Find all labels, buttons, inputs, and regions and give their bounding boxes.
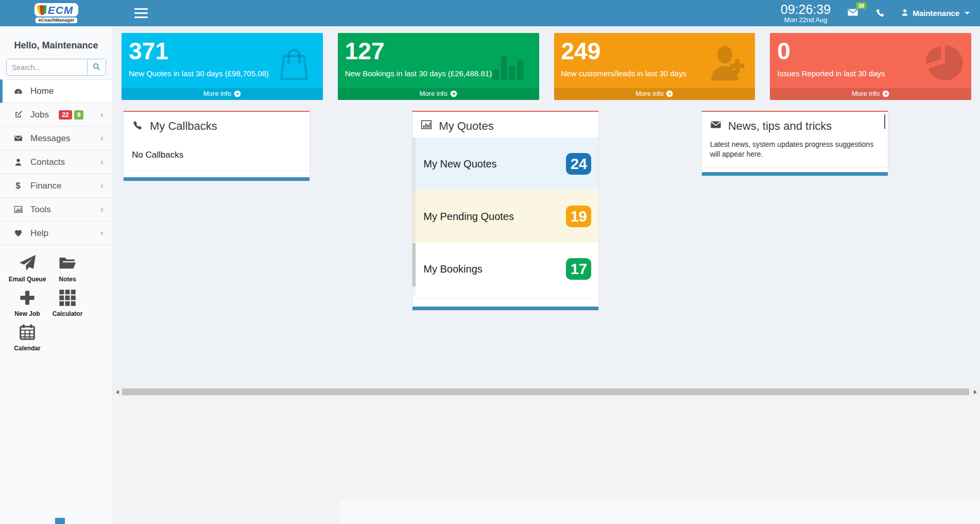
more-info-link[interactable]: More info bbox=[338, 88, 539, 100]
brand-subtitle: eCoachManager bbox=[36, 18, 78, 23]
more-info-link[interactable]: More info bbox=[122, 88, 323, 100]
panel-bottom-bar bbox=[124, 177, 310, 181]
sidebar-shortcuts: Email Queue Notes New Job Calculator Cal… bbox=[7, 255, 95, 358]
panel-bottom-bar bbox=[702, 172, 888, 176]
sidebar-item-tools[interactable]: Tools bbox=[0, 198, 112, 222]
clock-time: 09:26:39 bbox=[781, 3, 831, 16]
quotes-row-label: My Bookings bbox=[423, 263, 483, 275]
calendar-icon bbox=[19, 324, 36, 343]
phone-button[interactable] bbox=[875, 7, 885, 20]
shortcut-label: Email Queue bbox=[9, 276, 46, 283]
search-input[interactable] bbox=[7, 59, 87, 75]
scrollbar-thumb[interactable] bbox=[884, 114, 885, 129]
sidebar-item-jobs[interactable]: Jobs 22 9 bbox=[0, 103, 112, 127]
brand-logo[interactable]: ECM eCoachManager bbox=[0, 0, 113, 26]
logo-books-icon bbox=[38, 5, 45, 15]
stat-card-new-bookings: 127 New Bookings in last 30 days (£26,48… bbox=[338, 33, 539, 100]
top-navbar: ECM eCoachManager 09:26:39 Mon 22nd Aug … bbox=[0, 0, 980, 26]
gauge-icon bbox=[12, 87, 24, 96]
panel-title: My Callbacks bbox=[150, 120, 217, 133]
stat-cards: 371 New Quotes in last 30 days (£98,705.… bbox=[113, 26, 980, 100]
envelope-icon bbox=[710, 119, 721, 133]
shortcut-label: New Job bbox=[14, 310, 40, 317]
sidebar-item-label: Home bbox=[30, 86, 54, 96]
phone-icon bbox=[132, 119, 143, 133]
sidebar-item-finance[interactable]: $ Finance bbox=[0, 174, 112, 198]
scroll-right-arrow[interactable] bbox=[971, 387, 980, 396]
callbacks-empty-text: No Callbacks bbox=[124, 138, 310, 171]
clock-date: Mon 22nd Aug bbox=[781, 16, 831, 24]
chevron-left-icon bbox=[99, 207, 105, 213]
dashboard-panels: My Callbacks No Callbacks My Quotes bbox=[113, 111, 980, 311]
pencil-square-icon bbox=[12, 110, 24, 119]
brand-name: ECM bbox=[48, 5, 74, 15]
panel-title: News, tips and tricks bbox=[728, 120, 832, 133]
search-button[interactable] bbox=[87, 59, 106, 75]
horizontal-scrollbar bbox=[113, 387, 980, 396]
pie-chart-icon bbox=[921, 41, 964, 84]
bar-chart-icon bbox=[12, 205, 24, 214]
stat-card-issues: 0 Issues Reported in last 30 days More i… bbox=[770, 33, 971, 100]
scroll-left-arrow[interactable] bbox=[113, 387, 122, 396]
sidebar-search bbox=[6, 59, 106, 76]
sidebar-item-contacts[interactable]: Contacts bbox=[0, 150, 112, 174]
folder-open-icon bbox=[59, 255, 76, 274]
count-badge: 24 bbox=[566, 153, 591, 175]
more-info-link[interactable]: More info bbox=[770, 88, 971, 100]
jobs-badge-green: 9 bbox=[74, 110, 84, 120]
plus-icon bbox=[19, 289, 36, 309]
panel-title: My Quotes bbox=[439, 120, 493, 133]
quotes-row-bookings[interactable]: My Bookings 17 bbox=[412, 243, 598, 295]
grid-icon bbox=[59, 289, 76, 309]
sidebar-item-help[interactable]: Help bbox=[0, 222, 112, 245]
chevron-left-icon bbox=[99, 112, 105, 118]
shortcut-new-job[interactable]: New Job bbox=[7, 289, 47, 317]
quotes-row-pending[interactable]: My Pending Quotes 19 bbox=[412, 190, 598, 243]
chevron-left-icon bbox=[99, 183, 105, 189]
stat-card-new-quotes: 371 New Quotes in last 30 days (£98,705.… bbox=[122, 33, 323, 100]
chevron-left-icon bbox=[99, 230, 105, 236]
phone-icon bbox=[875, 7, 885, 20]
user-label: Maintenance bbox=[913, 9, 959, 18]
sidebar-toggle-button[interactable] bbox=[128, 0, 154, 26]
caret-down-icon bbox=[965, 12, 970, 14]
chevron-left-icon bbox=[99, 136, 105, 142]
main-content: 371 New Quotes in last 30 days (£98,705.… bbox=[113, 26, 980, 387]
user-icon bbox=[12, 158, 24, 166]
shortcut-notes[interactable]: Notes bbox=[47, 255, 88, 283]
sidebar-item-home[interactable]: Home bbox=[0, 79, 112, 103]
messages-button[interactable]: 38 bbox=[846, 7, 859, 20]
more-info-link[interactable]: More info bbox=[554, 88, 755, 100]
jobs-badge-red: 22 bbox=[59, 110, 72, 120]
scrollbar-thumb[interactable] bbox=[122, 388, 969, 395]
blue-indicator bbox=[55, 518, 65, 524]
panel-bottom-bar bbox=[412, 307, 598, 310]
shortcut-calendar[interactable]: Calendar bbox=[7, 324, 47, 352]
quotes-row-label: My New Quotes bbox=[423, 158, 496, 170]
envelope-icon bbox=[12, 134, 24, 143]
lower-background bbox=[113, 396, 980, 524]
sidebar-menu: Home Jobs 22 9 Messages bbox=[0, 79, 112, 245]
quotes-row-new[interactable]: My New Quotes 24 bbox=[412, 138, 598, 190]
arrow-left-icon bbox=[116, 390, 119, 394]
shortcut-email-queue[interactable]: Email Queue bbox=[7, 255, 47, 283]
sidebar-item-messages[interactable]: Messages bbox=[0, 127, 112, 150]
greeting-text: Hello, Maintenance bbox=[0, 40, 112, 51]
shortcut-calculator[interactable]: Calculator bbox=[47, 289, 88, 317]
scrollbar-thumb[interactable] bbox=[412, 243, 416, 286]
chevron-left-icon bbox=[99, 159, 105, 165]
callbacks-panel: My Callbacks No Callbacks bbox=[123, 111, 310, 181]
dollar-icon: $ bbox=[12, 181, 24, 191]
sidebar-item-label: Help bbox=[30, 228, 48, 239]
count-badge: 17 bbox=[566, 258, 591, 280]
bar-chart-icon bbox=[421, 119, 432, 133]
news-text: Latest news, system updates progress sug… bbox=[702, 138, 888, 167]
bar-chart-icon bbox=[489, 41, 532, 84]
sidebar-item-label: Contacts bbox=[30, 157, 65, 167]
user-plus-icon bbox=[704, 41, 748, 84]
user-menu[interactable]: Maintenance bbox=[901, 8, 970, 18]
arrow-right-icon bbox=[974, 390, 977, 394]
mail-count-badge: 38 bbox=[856, 2, 866, 9]
quotes-panel: My Quotes My New Quotes 24 My Pending Qu… bbox=[412, 111, 599, 311]
shortcut-label: Calendar bbox=[14, 345, 40, 352]
